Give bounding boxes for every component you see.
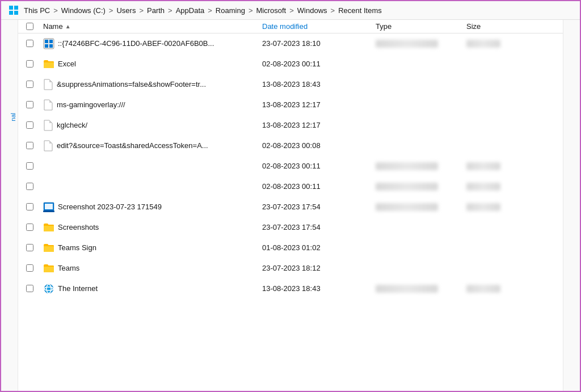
column-header-type[interactable]: Type — [376, 22, 466, 31]
table-row[interactable]: edit?&source=Toast&sharedAccessToken=A..… — [18, 136, 563, 156]
file-size-7 — [466, 183, 523, 191]
table-row[interactable]: &suppressAnimations=false&showFooter=tr.… — [18, 74, 563, 95]
file-type-8 — [376, 203, 466, 211]
file-rows-container: ::{74246BFC-4C96-11D0-ABEF-0020AF6B0B...… — [18, 33, 563, 299]
file-icon — [43, 120, 53, 131]
explorer-window: This PC > Windows (C:) > Users > Parth >… — [1, 1, 580, 391]
file-date-0: 23-07-2023 18:10 — [262, 39, 376, 48]
column-headers: Name ▲ Date modified Type Size — [18, 20, 563, 33]
table-row[interactable]: Teams Sign 01-08-2023 01:02 — [18, 238, 563, 258]
checkbox-row-6[interactable] — [26, 162, 33, 170]
file-size-12 — [466, 285, 523, 293]
row-checkbox-1[interactable] — [18, 60, 41, 68]
row-checkbox-12[interactable] — [18, 285, 41, 292]
file-icon — [43, 140, 53, 151]
table-row[interactable]: ::{74246BFC-4C96-11D0-ABEF-0020AF6B0B...… — [18, 33, 563, 54]
breadcrumb-users[interactable]: Users — [116, 6, 136, 15]
row-checkbox-10[interactable] — [18, 244, 41, 251]
svg-rect-7 — [45, 44, 48, 48]
file-list-panel[interactable]: Name ▲ Date modified Type Size ::{74246B… — [18, 20, 563, 391]
row-checkbox-8[interactable] — [18, 203, 41, 210]
row-checkbox-4[interactable] — [18, 121, 41, 129]
table-row[interactable]: Screenshots 23-07-2023 17:54 — [18, 217, 563, 238]
file-type-7 — [376, 183, 466, 191]
row-checkbox-3[interactable] — [18, 101, 41, 108]
checkbox-row-10[interactable] — [26, 244, 33, 251]
checkbox-row-9[interactable] — [26, 224, 33, 231]
table-row[interactable]: 02-08-2023 00:11 — [18, 156, 563, 176]
checkbox-row-7[interactable] — [26, 183, 33, 190]
file-date-2: 13-08-2023 18:43 — [262, 80, 376, 88]
checkbox-row-1[interactable] — [26, 60, 33, 68]
sep-2: > — [139, 6, 144, 15]
checkbox-row-2[interactable] — [26, 81, 33, 88]
checkbox-row-11[interactable] — [26, 264, 33, 272]
checkbox-all[interactable] — [26, 23, 33, 30]
svg-rect-5 — [45, 40, 48, 43]
sep-3: > — [168, 6, 172, 15]
table-row[interactable]: 02-08-2023 00:11 — [18, 176, 563, 197]
row-checkbox-2[interactable] — [18, 81, 41, 88]
file-name-text-12: The Internet — [58, 284, 98, 293]
table-row[interactable]: Excel 02-08-2023 00:11 — [18, 54, 563, 74]
content-area: nal Name ▲ Date modified Type Size — [1, 20, 580, 391]
file-name-cell-10: Teams Sign — [41, 242, 262, 254]
breadcrumb-windows[interactable]: Windows — [297, 6, 327, 15]
row-checkbox-7[interactable] — [18, 183, 41, 190]
breadcrumb-drive[interactable]: Windows (C:) — [61, 6, 106, 15]
file-date-12: 13-08-2023 18:43 — [262, 284, 376, 293]
screenshot-icon — [43, 201, 54, 213]
file-type-0 — [376, 40, 466, 48]
file-name-cell-12: The Internet — [41, 283, 262, 294]
svg-rect-10 — [45, 204, 53, 209]
file-icon — [43, 79, 53, 90]
column-header-size[interactable]: Size — [466, 22, 523, 31]
checkbox-row-12[interactable] — [26, 285, 33, 292]
file-date-8: 23-07-2023 17:54 — [262, 203, 376, 211]
breadcrumb-roaming[interactable]: Roaming — [216, 6, 245, 15]
table-row[interactable]: Teams 23-07-2023 18:12 — [18, 258, 563, 279]
breadcrumb-recentitems[interactable]: Recent Items — [338, 6, 382, 15]
sep-5: > — [249, 6, 253, 15]
address-bar: This PC > Windows (C:) > Users > Parth >… — [1, 1, 580, 20]
checkbox-row-5[interactable] — [26, 142, 33, 149]
sep-0: > — [53, 6, 58, 15]
row-checkbox-11[interactable] — [18, 264, 41, 272]
sep-1: > — [109, 6, 113, 15]
sidebar-text: nal — [9, 111, 18, 124]
file-name-text-8: Screenshot 2023-07-23 171549 — [58, 203, 162, 211]
breadcrumb-parth[interactable]: Parth — [147, 6, 165, 15]
file-date-3: 13-08-2023 12:17 — [262, 100, 376, 109]
checkbox-row-3[interactable] — [26, 101, 33, 108]
folder-icon — [43, 242, 54, 254]
row-checkbox-5[interactable] — [18, 142, 41, 149]
table-row[interactable]: The Internet 13-08-2023 18:43 — [18, 279, 563, 299]
svg-rect-0 — [9, 6, 13, 10]
file-name-text-9: Screenshots — [58, 223, 99, 231]
breadcrumb-thispc[interactable]: This PC — [24, 6, 50, 15]
column-header-date[interactable]: Date modified — [262, 22, 376, 31]
checkbox-row-4[interactable] — [26, 121, 33, 129]
table-row[interactable]: ms-gamingoverlay:/// 13-08-2023 12:17 — [18, 95, 563, 115]
file-name-cell-2: &suppressAnimations=false&showFooter=tr.… — [41, 79, 262, 90]
file-size-8 — [466, 203, 523, 211]
row-checkbox-6[interactable] — [18, 162, 41, 170]
file-icon — [43, 99, 53, 111]
select-all-checkbox[interactable] — [18, 23, 41, 30]
column-header-name[interactable]: Name ▲ — [41, 22, 262, 31]
file-name-cell-11: Teams — [41, 263, 262, 274]
file-date-1: 02-08-2023 00:11 — [262, 60, 376, 68]
table-row[interactable]: Screenshot 2023-07-23 171549 23-07-2023 … — [18, 197, 563, 217]
svg-rect-11 — [43, 210, 54, 212]
row-checkbox-0[interactable] — [18, 40, 41, 47]
breadcrumb-appdata[interactable]: AppData — [176, 6, 205, 15]
checkbox-row-0[interactable] — [26, 40, 33, 47]
breadcrumb-microsoft[interactable]: Microsoft — [256, 6, 286, 15]
windows-icon — [8, 5, 19, 16]
folder-icon — [43, 58, 54, 70]
file-name-text-3: ms-gamingoverlay:/// — [57, 100, 125, 109]
checkbox-row-8[interactable] — [26, 203, 33, 210]
file-name-cell-1: Excel — [41, 58, 262, 70]
table-row[interactable]: kglcheck/ 13-08-2023 12:17 — [18, 115, 563, 136]
row-checkbox-9[interactable] — [18, 224, 41, 231]
